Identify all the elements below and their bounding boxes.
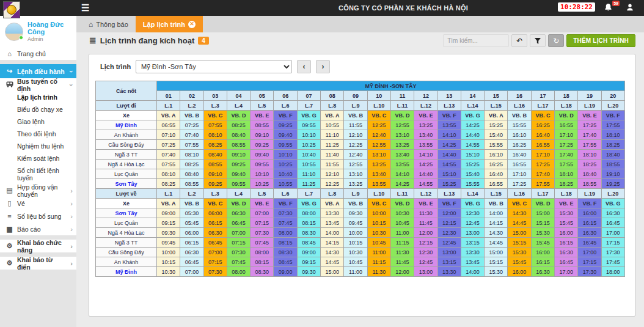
time-cell: 18:40 — [601, 150, 624, 160]
time-cell: 11:00 — [390, 228, 414, 238]
time-cell: 16:55 — [508, 160, 531, 169]
station-cell: Lục Quân — [96, 218, 157, 228]
page-title: ≣ Lịch trình đang kích hoạt 4 — [89, 35, 209, 45]
time-cell: 17:15 — [601, 238, 624, 248]
trip-code-cell: L.8 — [321, 101, 344, 111]
sidebar-item[interactable]: ⚙Khai báo chức năng› — [0, 240, 76, 252]
time-cell: 07:40 — [180, 130, 203, 140]
time-cell: 13:40 — [390, 150, 414, 160]
time-cell: 10:40 — [297, 150, 320, 160]
sidebar-item[interactable]: ▆Báo cáo› — [0, 222, 76, 235]
time-cell: 09:00 — [297, 248, 320, 257]
time-cell: 15:55 — [508, 120, 531, 130]
time-cell: 15:00 — [321, 267, 344, 277]
sidebar-subitem[interactable]: Lập lịch trình — [0, 91, 76, 103]
station-cell: Ngã 4 Hòa Lạc — [96, 228, 157, 238]
search-input[interactable] — [443, 34, 509, 47]
prev-route-button[interactable]: ‹ — [297, 60, 311, 73]
trip-code-cell: L.13 — [437, 189, 461, 199]
table-row: Ngã 3 TT09:4506:1506:4507:1507:4508:1508… — [96, 238, 625, 248]
user-profile[interactable]: Hoàng Đức Công Admin — [0, 16, 76, 47]
sidebar-subitem[interactable]: Kiểm soát lệnh — [0, 152, 76, 164]
time-cell: 18:25 — [601, 140, 624, 150]
active-count-badge: 4 — [198, 37, 209, 45]
time-cell: 08:25 — [180, 160, 203, 169]
sidebar-subitem[interactable]: Biểu đồ chạy xe — [0, 103, 76, 116]
add-schedule-button[interactable]: THÊM LỊCH TRÌNH — [566, 34, 635, 47]
station-link[interactable]: Mỹ Đình — [96, 267, 157, 277]
vehicle-cell: VB. A — [157, 199, 180, 208]
time-cell: 13:55 — [390, 160, 414, 169]
notifications-bell-icon[interactable]: 59 — [604, 2, 616, 13]
sidebar-item[interactable]: ⚙Khai báo từ điển› — [0, 257, 76, 270]
gear-icon: ⚙ — [5, 259, 13, 267]
station-link[interactable]: Mỹ Đình — [96, 120, 157, 130]
sidebar-sections: ⚙Khai báo chức năng›⚙Khai báo từ điển› — [0, 235, 76, 270]
chevron-down-icon: › — [68, 84, 75, 86]
time-cell: 12:25 — [367, 120, 390, 130]
time-cell: 17:40 — [555, 150, 578, 160]
time-cell: 15:25 — [485, 120, 508, 130]
time-cell: 11:25 — [297, 179, 320, 189]
time-cell: 11:15 — [367, 257, 390, 267]
time-cell: 11:00 — [367, 248, 390, 257]
time-cell: 10:25 — [274, 160, 297, 169]
sidebar-item-home[interactable]: ⌂ Trang chủ — [0, 47, 76, 60]
hamburger-menu-icon[interactable]: ☰ — [81, 2, 89, 13]
time-cell: 14:30 — [321, 248, 344, 257]
user-account-icon[interactable] — [626, 3, 634, 13]
time-cell: 11:30 — [390, 248, 414, 257]
refresh-button[interactable]: ↻ — [548, 34, 564, 47]
sidebar-subitem[interactable]: Sổ chi tiết lệnh tuyến — [0, 164, 76, 184]
time-cell: 09:30 — [157, 228, 180, 238]
vehicle-cell: VB. C — [367, 111, 390, 120]
sidebar-group-bus[interactable]: Bus tuyến cố định › — [0, 78, 76, 91]
gear-icon: ⚙ — [5, 242, 13, 250]
filter-button[interactable] — [530, 34, 546, 47]
time-cell: 10:55 — [321, 120, 344, 130]
time-cell: 10:00 — [367, 208, 390, 218]
station-link[interactable]: Sơn Tây — [96, 179, 157, 189]
sidebar-item[interactable]: ▯Vé› — [0, 197, 76, 210]
time-cell: 11:40 — [321, 150, 344, 160]
time-cell: 10:55 — [274, 179, 297, 189]
time-cell: 13:30 — [321, 208, 344, 218]
sidebar-subitem[interactable]: Nghiệm thu lệnh — [0, 140, 76, 152]
undo-button[interactable]: ↶ — [511, 34, 527, 47]
trip-code-cell: L.17 — [531, 189, 554, 199]
station-cell: Ngã 3 TT — [96, 238, 157, 248]
trip-code-cell: L.20 — [601, 189, 624, 199]
next-route-button[interactable]: › — [316, 60, 330, 73]
sidebar-subitem[interactable]: Theo dõi lệnh — [0, 128, 76, 140]
tab-close-icon[interactable]: ✕ — [188, 21, 196, 28]
list-icon: ≡ — [5, 213, 13, 220]
time-cell: 06:30 — [203, 228, 227, 238]
time-cell: 17:10 — [555, 130, 578, 140]
sidebar-item-dispatch[interactable]: ↪ Lệnh điều hành › — [0, 64, 76, 78]
sidebar-subitem[interactable]: Giao lệnh — [0, 116, 76, 128]
time-cell: 08:45 — [297, 238, 320, 248]
sidebar-item[interactable]: ≡Số liệu bổ sung› — [0, 210, 76, 222]
time-cell: 15:30 — [508, 248, 531, 257]
vehicle-cell: VB. B — [180, 199, 203, 208]
tab-label: Lập lịch trình — [143, 21, 185, 28]
route-select[interactable]: Mỹ Đình -Sơn Tây — [136, 60, 292, 73]
tab-notifications[interactable]: ⌂ Thông báo — [81, 16, 136, 32]
tab-scheduling[interactable]: Lập lịch trình ✕ — [136, 16, 203, 32]
time-cell: 16:25 — [485, 160, 508, 169]
time-cell: 17:30 — [601, 248, 624, 257]
vehicle-cell: VB. G — [297, 199, 320, 208]
toolbar-controls: ↶ ↻ THÊM LỊCH TRÌNH — [443, 34, 635, 47]
sidebar-item[interactable]: ▤Hợp đồng vận chuyển› — [0, 184, 76, 197]
table-row: Cầu Sông Đáy07:2507:5508:2508:5509:2509:… — [96, 140, 625, 150]
time-cell: 11:45 — [390, 257, 414, 267]
time-cell: 08:40 — [180, 169, 203, 179]
time-cell: 08:15 — [251, 257, 274, 267]
tab-label: Thông báo — [96, 21, 128, 28]
station-link[interactable]: Sơn Tây — [96, 208, 157, 218]
time-cell: 12:10 — [321, 169, 344, 179]
time-cell: 09:40 — [227, 169, 250, 179]
time-cell: 09:15 — [157, 218, 180, 228]
chevron-right-icon: › — [70, 260, 73, 267]
trip-code-cell: L.13 — [437, 101, 461, 111]
